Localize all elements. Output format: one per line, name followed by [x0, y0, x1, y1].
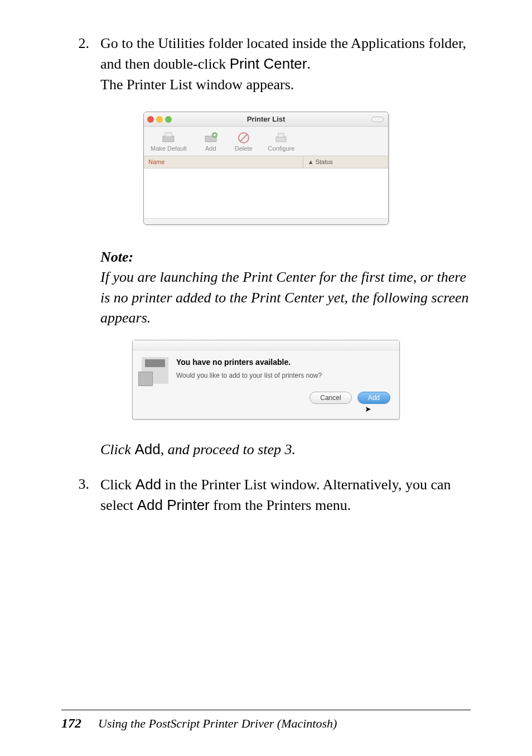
delete-icon — [235, 131, 252, 145]
footer-chapter: Using the PostScript Printer Driver (Mac… — [98, 716, 337, 731]
printer-icon — [160, 131, 177, 145]
window-toolbar: Make Default Add Delete Configure — [144, 127, 388, 156]
printer-list-body — [144, 168, 388, 219]
click-add-c: , and proceed to step 3. — [161, 441, 296, 458]
window-statusbar — [144, 219, 388, 224]
delete-label: Delete — [235, 145, 253, 153]
configure-label: Configure — [268, 145, 295, 153]
add-label: Add — [205, 145, 216, 153]
step2-text-c: . — [307, 56, 311, 72]
note-block: Note: If you are launching the Print Cen… — [100, 247, 471, 329]
page-footer: 172 Using the PostScript Printer Driver … — [61, 710, 471, 731]
window-title: Printer List — [144, 114, 388, 124]
dialog-body-text: Would you like to add to your list of pr… — [176, 371, 322, 381]
printer-dialog-icon — [142, 357, 168, 384]
cursor-icon: ➤ — [133, 404, 399, 415]
cancel-button[interactable]: Cancel — [309, 392, 351, 404]
click-add-b: Add — [134, 441, 160, 458]
svg-line-5 — [240, 134, 247, 141]
header-status[interactable]: ▲ Status — [303, 156, 388, 168]
configure-button[interactable]: Configure — [268, 131, 295, 153]
make-default-button[interactable]: Make Default — [151, 131, 187, 153]
no-printers-dialog: You have no printers available. Would yo… — [132, 340, 400, 420]
add-button[interactable]: Add — [202, 131, 219, 153]
dialog-titlebar — [133, 340, 399, 350]
header-status-label: Status — [316, 158, 333, 165]
printer-list-window: Printer List Make Default Add Delete — [143, 112, 389, 225]
click-add-a: Click — [100, 441, 134, 458]
step3-d: Add Printer — [137, 497, 210, 513]
page-number: 172 — [61, 716, 81, 731]
step3-body: Click Add in the Printer List window. Al… — [100, 474, 471, 516]
click-add-instruction: Click Add, and proceed to step 3. — [100, 439, 471, 460]
step2-line2: The Printer List window appears. — [100, 76, 294, 93]
print-center-term: Print Center — [230, 55, 307, 72]
make-default-label: Make Default — [151, 145, 187, 153]
step3-e: from the Printers menu. — [210, 497, 351, 513]
add-printer-icon — [202, 131, 219, 145]
svg-rect-7 — [278, 133, 284, 137]
toolbar-toggle-icon[interactable] — [371, 117, 384, 122]
window-titlebar: Printer List — [144, 112, 388, 127]
delete-button[interactable]: Delete — [235, 131, 253, 153]
step3-b: Add — [136, 476, 161, 493]
dialog-heading: You have no printers available. — [176, 357, 322, 368]
step2-number: 2. — [61, 33, 100, 95]
column-headers: Name ▲ Status — [144, 156, 388, 168]
add-dialog-button[interactable]: Add — [357, 392, 390, 404]
svg-rect-1 — [165, 133, 172, 137]
configure-icon — [273, 131, 289, 145]
step2-body: Go to the Utilities folder located insid… — [100, 33, 471, 95]
header-name[interactable]: Name — [144, 156, 303, 168]
note-heading: Note: — [100, 247, 471, 267]
note-body: If you are launching the Print Center fo… — [100, 267, 471, 328]
step3-a: Click — [100, 476, 136, 493]
step3-number: 3. — [61, 474, 100, 516]
